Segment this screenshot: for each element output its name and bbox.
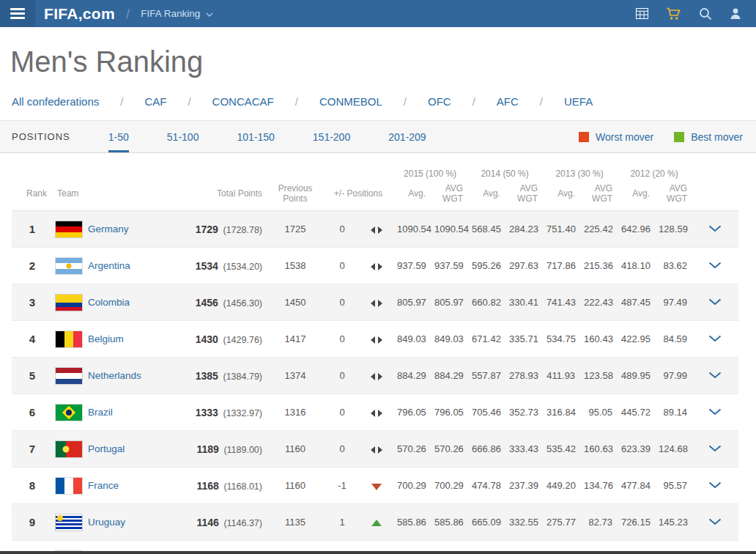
previous-points: 1160	[267, 468, 324, 504]
expand-row-chevron[interactable]	[692, 321, 738, 358]
table-row: 2 Argentina 1534 (1534.20) 1538 0 937.59…	[12, 248, 738, 284]
team-link[interactable]: Germany	[88, 224, 129, 234]
expand-row-chevron[interactable]	[692, 211, 738, 248]
previous-points: 1374	[267, 358, 324, 394]
team-link[interactable]: Colombia	[88, 297, 130, 308]
expand-row-chevron[interactable]	[692, 248, 738, 284]
top-navbar: FIFA,com FIFA Ranking	[0, 0, 756, 27]
team-link[interactable]: Uruguay	[88, 517, 125, 528]
flag-emblem	[63, 446, 70, 452]
expand-row-chevron[interactable]	[692, 358, 738, 394]
header-avgwgt-2013: AVG WGT	[579, 181, 617, 211]
trend-icon	[371, 519, 382, 528]
expand-row-chevron[interactable]	[692, 504, 738, 541]
team-cell: Argentina	[84, 248, 190, 284]
avgwgt-2013: 82.73	[579, 504, 617, 541]
legend-best-mover: Best mover	[674, 131, 743, 143]
tab-101-150[interactable]: 101-150	[237, 121, 274, 152]
avg-2015: 937.59	[393, 248, 430, 284]
team-flag	[56, 478, 82, 494]
total-points-cell: 1168 (1168.01)	[190, 468, 267, 504]
trend-icon	[371, 409, 382, 418]
total-points-cell: 1146 (1146.37)	[190, 504, 267, 541]
position-change: 1	[324, 504, 360, 541]
avg-2014: 474.78	[467, 468, 505, 504]
previous-points: 1450	[267, 284, 324, 321]
avgwgt-2012: 83.62	[654, 248, 692, 284]
confed-link-all[interactable]: All confederations	[12, 95, 144, 108]
avgwgt-2014: 297.63	[505, 248, 542, 284]
brand-suffix: com	[83, 5, 115, 23]
user-icon[interactable]	[730, 7, 741, 20]
total-points-exact: (1384.79)	[223, 372, 262, 382]
header-avg-2014: Avg.	[467, 181, 505, 211]
total-points: 1385	[196, 370, 218, 382]
confed-link-afc[interactable]: AFC	[497, 95, 564, 108]
team-flag	[56, 441, 82, 457]
fifa-logo[interactable]: FIFA,com	[44, 5, 115, 23]
total-points: 1430	[196, 333, 218, 345]
previous-points: 1160	[267, 431, 324, 468]
team-flag	[56, 514, 82, 531]
flag-emblem	[66, 410, 72, 416]
rank-value: 4	[12, 321, 53, 358]
total-points: 1189	[196, 443, 218, 455]
confed-link-caf[interactable]: CAF	[144, 95, 212, 108]
trend-icon	[371, 336, 382, 344]
team-link[interactable]: France	[88, 480, 119, 491]
year-group-2014: 2014 (50 %)	[467, 164, 542, 181]
avg-2015: 849.03	[393, 321, 430, 358]
avg-2012: 477.84	[617, 468, 654, 504]
search-icon[interactable]	[699, 7, 712, 21]
confed-link-uefa[interactable]: UEFA	[564, 95, 593, 108]
expand-row-chevron[interactable]	[692, 394, 738, 431]
header-total-points: Total Points	[190, 181, 267, 211]
table-row: 1 Germany 1729 (1728.78) 1725 0 1090.54 …	[12, 211, 738, 248]
tab-151-200[interactable]: 151-200	[313, 121, 350, 152]
confed-link-ofc[interactable]: OFC	[428, 95, 497, 108]
previous-points: 1538	[267, 248, 324, 284]
expand-row-chevron[interactable]	[692, 468, 738, 504]
best-mover-swatch	[674, 132, 684, 142]
header-avgwgt-2012: AVG WGT	[654, 181, 692, 211]
avgwgt-2013: 225.42	[579, 211, 617, 248]
team-link[interactable]: Belgium	[88, 333, 124, 344]
calendar-icon[interactable]	[636, 8, 648, 19]
rank-value: 2	[12, 248, 53, 284]
team-flag	[56, 258, 82, 274]
flag-cell	[53, 358, 84, 394]
team-link[interactable]: Portugal	[88, 443, 125, 454]
rank-value: 5	[12, 358, 53, 394]
tab-201-209[interactable]: 201-209	[388, 121, 426, 152]
avgwgt-2014: 335.71	[505, 321, 542, 358]
team-link[interactable]: Argentina	[88, 260, 130, 271]
rank-value: 6	[12, 394, 53, 431]
confed-link-conmebol[interactable]: CONMEBOL	[319, 95, 428, 108]
flag-cell	[53, 248, 84, 284]
tab-1-50[interactable]: 1-50	[108, 121, 129, 152]
section-picker[interactable]: FIFA Ranking	[141, 8, 213, 19]
total-points-cell: 1534 (1534.20)	[190, 248, 267, 284]
flag-cell	[53, 321, 84, 358]
previous-points: 1316	[267, 394, 324, 431]
expand-row-chevron[interactable]	[692, 284, 738, 321]
avg-2015: 884.29	[393, 358, 430, 394]
avg-2014: 568.45	[467, 211, 505, 248]
avg-2013: 751.40	[542, 211, 579, 248]
positions-bar: POSITIONS 1-50 51-100 101-150 151-200 20…	[0, 120, 756, 153]
tab-51-100[interactable]: 51-100	[167, 121, 199, 152]
team-link[interactable]: Brazil	[88, 407, 113, 418]
expand-row-chevron[interactable]	[692, 431, 738, 468]
section-label: FIFA Ranking	[141, 8, 200, 19]
flag-cell	[53, 431, 84, 468]
total-points: 1333	[196, 407, 218, 418]
trend-cell	[360, 431, 393, 468]
avgwgt-2015: 884.29	[430, 358, 467, 394]
confed-link-concacaf[interactable]: CONCACAF	[212, 95, 319, 108]
menu-icon[interactable]	[0, 0, 35, 27]
cart-icon[interactable]	[666, 7, 681, 21]
total-points-exact: (1534.20)	[223, 262, 262, 272]
trend-cell	[360, 211, 393, 248]
header-avg-2015: Avg.	[393, 181, 430, 211]
team-link[interactable]: Netherlands	[88, 370, 141, 381]
